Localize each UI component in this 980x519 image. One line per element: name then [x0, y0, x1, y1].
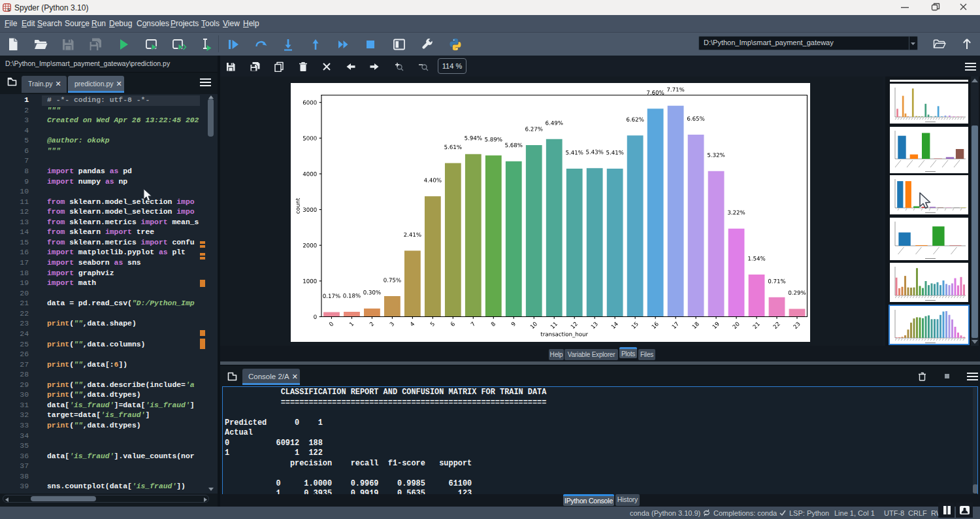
svg-text:s: s	[7, 7, 10, 12]
